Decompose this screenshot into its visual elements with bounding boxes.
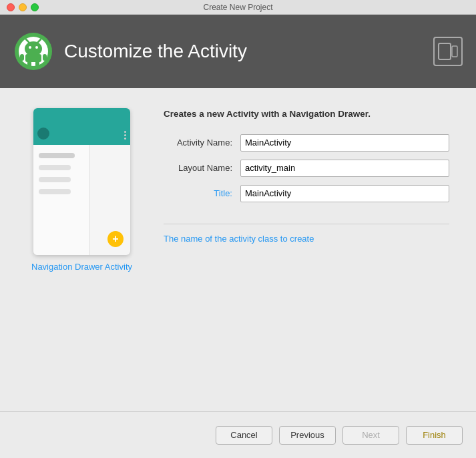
layout-name-label: Layout Name: — [164, 163, 240, 173]
preview-dot — [124, 138, 126, 140]
svg-point-4 — [35, 46, 38, 49]
maximize-button[interactable] — [31, 3, 39, 11]
next-button[interactable]: Next — [342, 426, 399, 445]
title-bar: Create New Project — [0, 0, 476, 15]
header: Customize the Activity — [0, 15, 476, 88]
title-label[interactable]: Title: — [164, 188, 240, 198]
layout-name-row: Layout Name: — [164, 160, 449, 177]
svg-rect-9 — [43, 54, 47, 61]
activity-label: Navigation Drawer Activity — [31, 262, 132, 272]
divider — [164, 224, 449, 224]
description: Creates a new Activity with a Navigation… — [164, 108, 449, 121]
svg-rect-10 — [27, 61, 31, 67]
title-row: Title: — [164, 185, 449, 202]
layout-name-input[interactable] — [240, 160, 449, 177]
cancel-button[interactable]: Cancel — [216, 426, 272, 445]
finish-button[interactable]: Finish — [406, 426, 463, 445]
previous-button[interactable]: Previous — [279, 426, 336, 445]
activity-name-row: Activity Name: — [164, 134, 449, 152]
svg-point-2 — [25, 41, 42, 56]
android-logo — [13, 31, 53, 71]
hint-text: The name of the activity class to create — [164, 234, 449, 244]
description-text: Creates a new Activity with a Navigation… — [164, 109, 371, 119]
preview-top-bar — [33, 108, 130, 145]
svg-rect-12 — [439, 43, 451, 59]
svg-rect-8 — [20, 54, 24, 61]
activity-name-input[interactable] — [240, 134, 449, 152]
window-title: Create New Project — [203, 3, 272, 12]
right-panel: Creates a new Activity with a Navigation… — [164, 108, 449, 398]
header-title: Customize the Activity — [64, 41, 247, 62]
minimize-button[interactable] — [19, 3, 27, 11]
device-icon — [433, 37, 463, 66]
svg-rect-11 — [35, 61, 39, 67]
preview-circle — [37, 128, 49, 140]
preview-dot — [124, 131, 126, 133]
activity-name-label: Activity Name: — [164, 138, 240, 148]
window-controls — [7, 3, 39, 11]
svg-rect-7 — [25, 54, 41, 62]
sidebar-line — [39, 189, 71, 194]
preview-dot — [124, 134, 126, 136]
title-input[interactable] — [240, 185, 449, 202]
preview-sidebar — [33, 145, 90, 255]
main-content: + Navigation Drawer Activity Creates a n… — [0, 88, 476, 411]
svg-point-3 — [29, 46, 31, 49]
close-button[interactable] — [7, 3, 15, 11]
preview-fab: + — [107, 231, 124, 247]
left-panel: + Navigation Drawer Activity — [27, 108, 137, 398]
activity-preview: + — [33, 108, 130, 255]
sidebar-line — [39, 165, 71, 170]
sidebar-line — [39, 153, 75, 158]
svg-rect-13 — [452, 46, 457, 57]
sidebar-line — [39, 177, 71, 182]
footer: Cancel Previous Next Finish — [0, 411, 476, 458]
preview-dots — [124, 131, 126, 140]
